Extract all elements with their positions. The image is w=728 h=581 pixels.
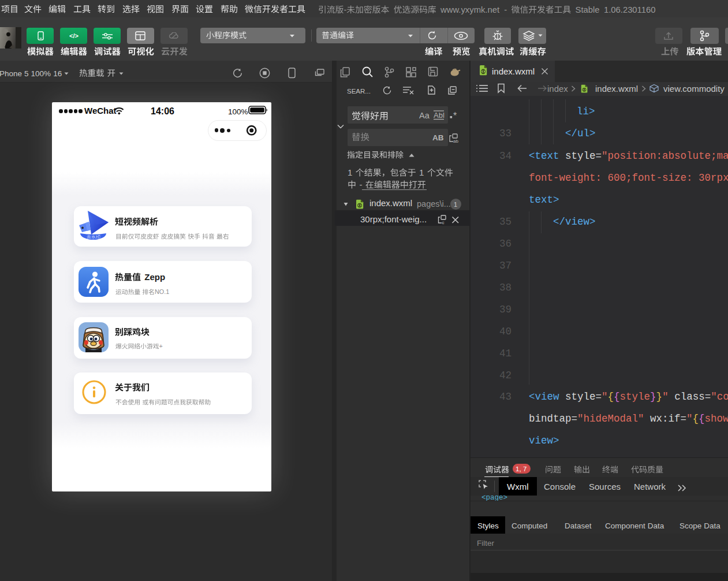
svg-text:-: - [344, 5, 346, 14]
svg-text:1: 1 [419, 167, 424, 177]
svg-text:-: - [359, 180, 362, 189]
svg-text:Abl: Abl [434, 111, 445, 120]
svg-text:Data: Data [704, 521, 720, 530]
svg-text:Styles: Styles [477, 521, 499, 530]
svg-text:1,: 1, [516, 465, 521, 472]
svg-text:SEAR...: SEAR... [347, 88, 371, 95]
svg-text:ab: ab [453, 139, 458, 143]
svg-text:NO.1: NO.1 [155, 288, 169, 295]
svg-text:1.06.2301160: 1.06.2301160 [604, 5, 655, 14]
svg-text:Scope: Scope [680, 521, 701, 530]
svg-text:index.wxml: index.wxml [492, 66, 535, 76]
svg-text:Data: Data [648, 521, 664, 530]
svg-text:iPhone: iPhone [0, 69, 22, 77]
svg-text:www.yxymk.net: www.yxymk.net [440, 5, 499, 14]
svg-text:*: * [453, 111, 457, 120]
svg-text:Wxml: Wxml [507, 482, 529, 491]
svg-text:+: + [159, 342, 162, 349]
svg-text:Aa: Aa [419, 111, 430, 120]
svg-text:index.wxml: index.wxml [369, 198, 412, 208]
svg-text:Zepp: Zepp [144, 272, 165, 282]
svg-text:14:06: 14:06 [151, 106, 174, 116]
svg-text:Dataset: Dataset [565, 521, 592, 530]
svg-text:100%: 100% [228, 107, 248, 116]
svg-text:pages\i...: pages\i... [417, 199, 451, 208]
svg-text:100%: 100% [31, 69, 51, 77]
svg-text:Computed: Computed [512, 521, 547, 530]
svg-text:Stable: Stable [576, 5, 600, 14]
svg-text:5: 5 [24, 69, 29, 77]
svg-text:WeChat: WeChat [84, 106, 117, 116]
svg-text:</>: </> [69, 32, 79, 39]
svg-text:index: index [547, 84, 568, 94]
svg-text:7: 7 [523, 465, 527, 472]
svg-text:1: 1 [454, 201, 457, 208]
svg-text:30rpx;font-weig...: 30rpx;font-weig... [360, 214, 427, 224]
svg-text:Component: Component [605, 521, 645, 530]
svg-text:16: 16 [53, 69, 62, 77]
svg-text:1: 1 [348, 167, 352, 177]
svg-text:Console: Console [544, 482, 576, 491]
svg-text:Network: Network [634, 482, 666, 491]
svg-text:Filter: Filter [477, 538, 495, 547]
svg-text:view.commodity: view.commodity [663, 84, 725, 94]
svg-text:Sources: Sources [589, 482, 621, 491]
svg-text:AB: AB [432, 133, 444, 141]
svg-text:-: - [504, 5, 507, 14]
svg-text:index.wxml: index.wxml [595, 84, 638, 94]
svg-text:c: c [442, 220, 445, 225]
